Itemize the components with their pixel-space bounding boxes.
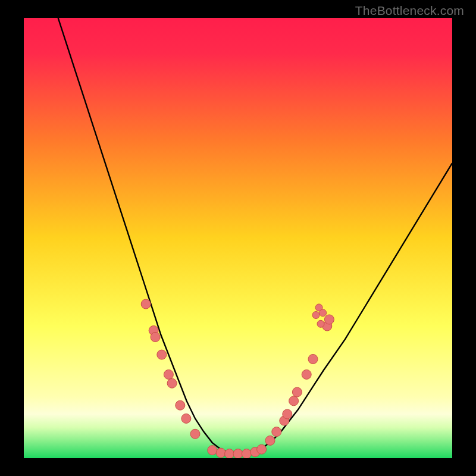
data-point xyxy=(265,436,275,445)
data-point xyxy=(225,449,234,458)
data-point xyxy=(317,320,324,327)
data-point xyxy=(308,355,318,364)
chart-plot-area xyxy=(24,18,452,458)
data-point xyxy=(176,400,185,410)
data-point xyxy=(216,448,226,458)
data-point xyxy=(289,396,299,406)
data-point xyxy=(292,387,302,397)
gradient-background xyxy=(24,18,452,458)
data-point xyxy=(320,309,327,317)
data-point xyxy=(233,449,243,458)
data-point xyxy=(283,409,292,419)
data-point xyxy=(272,427,281,437)
data-point xyxy=(257,444,267,454)
data-point xyxy=(141,299,151,309)
watermark-text: TheBottleneck.com xyxy=(355,4,464,18)
data-point xyxy=(312,312,320,319)
data-point xyxy=(302,369,311,379)
chart-svg xyxy=(24,18,452,458)
data-point xyxy=(157,350,167,359)
data-point xyxy=(167,378,177,388)
data-point xyxy=(324,315,334,324)
data-point xyxy=(208,446,217,455)
data-point xyxy=(242,449,251,458)
data-point xyxy=(164,369,173,379)
data-point xyxy=(181,414,191,423)
data-point xyxy=(151,333,160,342)
data-point xyxy=(190,429,200,439)
app-frame: TheBottleneck.com xyxy=(0,0,476,476)
